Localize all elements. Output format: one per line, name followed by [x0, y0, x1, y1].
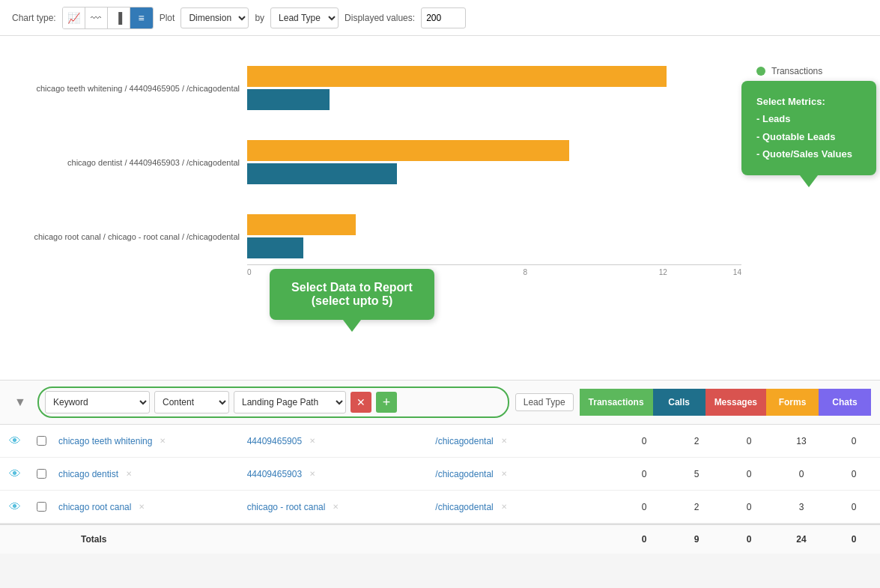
keyword-link-1[interactable]: chicago teeth whitening — [58, 436, 152, 446]
keyword-remove-3[interactable]: ✕ — [136, 503, 148, 511]
totals-label: Totals — [75, 530, 618, 549]
transactions-label: Transactions — [771, 66, 822, 76]
bar-orange-1 — [247, 66, 667, 87]
content-cell-1: 44409465905 ✕ — [241, 431, 430, 451]
chart-type-group: 📈 〰 ▐ ≡ — [62, 7, 154, 29]
x-tick-8: 8 — [523, 268, 527, 276]
messages-val-3: 0 — [723, 497, 775, 517]
plot-select[interactable]: Dimension — [180, 7, 249, 28]
by-select[interactable]: Lead Type — [270, 7, 339, 28]
eye-icon-3[interactable]: 👁 — [0, 500, 30, 514]
checkbox-2[interactable] — [30, 469, 52, 479]
content-remove-1[interactable]: ✕ — [306, 437, 318, 445]
select-metrics-tooltip: Select Metrics:- Leads- Quotable Leads- … — [741, 81, 876, 175]
legend: Transactions Calls Messages Forms Chats … — [756, 51, 876, 365]
bar-blue-1 — [247, 89, 330, 110]
eye-icon-2[interactable]: 👁 — [0, 467, 30, 481]
bar-chart: chicago teeth whitening / 44409465905 / … — [15, 51, 741, 258]
content-link-1[interactable]: 44409465905 — [247, 436, 302, 446]
forms-val-2: 0 — [775, 464, 828, 484]
content-cell-2: 44409465903 ✕ — [241, 464, 430, 484]
col-header-messages: Messages — [705, 389, 766, 416]
displayed-values-label: Displayed values: — [345, 13, 415, 23]
add-filter-button[interactable]: + — [376, 392, 397, 413]
keyword-link-2[interactable]: chicago dentist — [58, 469, 118, 479]
line-chart-btn[interactable]: 〰 — [85, 7, 108, 28]
keyword-cell-3: chicago root canal ✕ — [52, 497, 241, 517]
keyword-cell-2: chicago dentist ✕ — [52, 464, 241, 484]
forms-val-1: 13 — [775, 431, 828, 451]
x-tick-0: 0 — [247, 268, 252, 276]
area-chart-btn[interactable]: 📈 — [63, 7, 85, 28]
filter-icon[interactable]: ▼ — [9, 391, 31, 413]
by-label: by — [255, 13, 264, 23]
horizontal-bar-chart-btn[interactable]: ≡ — [130, 7, 153, 28]
messages-val-2: 0 — [723, 464, 775, 484]
legend-transactions: Transactions — [756, 66, 876, 76]
data-table: ▼ Keyword Content Landing Page Path ✕ + … — [0, 381, 880, 554]
landing-cell-3: /chicagodental ✕ — [429, 497, 618, 517]
totals-row: Totals 0 9 0 24 0 — [0, 524, 880, 554]
landing-link-1[interactable]: /chicagodental — [435, 436, 493, 446]
bar-group-1 — [247, 66, 741, 110]
chats-val-3: 0 — [828, 497, 880, 517]
col-header-area: Lead Type Transactions Calls Messages Fo… — [515, 389, 871, 416]
bar-row-3: chicago root canal / chicago - root cana… — [15, 214, 741, 258]
landing-remove-1[interactable]: ✕ — [498, 437, 510, 445]
landing-link-3[interactable]: /chicagodental — [435, 502, 493, 512]
bar-chart-btn[interactable]: ▐ — [108, 7, 130, 28]
bar-row-2: chicago dentist / 44409465903 / /chicago… — [15, 140, 741, 184]
filter-group: Keyword Content Landing Page Path ✕ + — [37, 387, 509, 418]
content-dropdown[interactable]: Content — [154, 391, 229, 413]
content-link-2[interactable]: 44409465903 — [247, 469, 302, 479]
landing-remove-2[interactable]: ✕ — [498, 470, 510, 478]
displayed-values-input[interactable] — [421, 7, 466, 28]
totals-chats: 0 — [828, 530, 880, 549]
remove-filter-button[interactable]: ✕ — [351, 392, 371, 413]
landing-remove-3[interactable]: ✕ — [498, 503, 510, 511]
eye-icon-1[interactable]: 👁 — [0, 434, 30, 448]
table-filter-row: ▼ Keyword Content Landing Page Path ✕ + … — [0, 381, 880, 425]
totals-messages: 0 — [723, 530, 775, 549]
row-checkbox-1[interactable] — [37, 436, 46, 446]
select-metrics-text: Select Metrics:- Leads- Quotable Leads- … — [756, 96, 852, 160]
content-remove-3[interactable]: ✕ — [330, 503, 342, 511]
table-row-3: 👁 chicago root canal ✕ chicago - root ca… — [0, 491, 880, 524]
col-header-forms: Forms — [766, 389, 819, 416]
keyword-remove-2[interactable]: ✕ — [123, 470, 135, 478]
keyword-dropdown[interactable]: Keyword — [45, 391, 150, 413]
row-checkbox-3[interactable] — [37, 502, 46, 512]
calls-val-3: 2 — [670, 497, 723, 517]
chart-type-label: Chart type: — [12, 13, 56, 23]
bar-label-3: chicago root canal / chicago - root cana… — [15, 232, 240, 241]
content-remove-2[interactable]: ✕ — [306, 470, 318, 478]
messages-val-1: 0 — [723, 431, 775, 451]
x-tick-14: 14 — [733, 268, 741, 276]
row-checkbox-2[interactable] — [37, 469, 46, 479]
landing-cell-2: /chicagodental ✕ — [429, 464, 618, 484]
forms-val-3: 3 — [775, 497, 828, 517]
landing-page-dropdown[interactable]: Landing Page Path — [234, 391, 346, 413]
keyword-link-3[interactable]: chicago root canal — [58, 502, 131, 512]
x-tick-12: 12 — [659, 268, 667, 276]
calls-val-2: 5 — [670, 464, 723, 484]
bar-label-2: chicago dentist / 44409465903 / /chicago… — [15, 158, 240, 167]
chats-val-1: 0 — [828, 431, 880, 451]
transactions-val-2: 0 — [618, 464, 670, 484]
transactions-val-3: 0 — [618, 497, 670, 517]
landing-link-2[interactable]: /chicagodental — [435, 469, 493, 479]
col-header-chats: Chats — [819, 389, 871, 416]
bar-orange-3 — [247, 214, 356, 235]
checkbox-1[interactable] — [30, 436, 52, 446]
col-header-calls: Calls — [653, 389, 705, 416]
totals-calls: 9 — [670, 530, 723, 549]
lead-type-badge: Lead Type — [515, 393, 574, 411]
bar-group-2 — [247, 140, 741, 184]
keyword-remove-1[interactable]: ✕ — [157, 437, 169, 445]
table-row-2: 👁 chicago dentist ✕ 44409465903 ✕ /chica… — [0, 458, 880, 491]
table-row: 👁 chicago teeth whitening ✕ 44409465905 … — [0, 425, 880, 458]
calls-val-1: 2 — [670, 431, 723, 451]
content-link-3[interactable]: chicago - root canal — [247, 502, 326, 512]
checkbox-3[interactable] — [30, 502, 52, 512]
chart-container: chicago teeth whitening / 44409465905 / … — [15, 51, 741, 365]
